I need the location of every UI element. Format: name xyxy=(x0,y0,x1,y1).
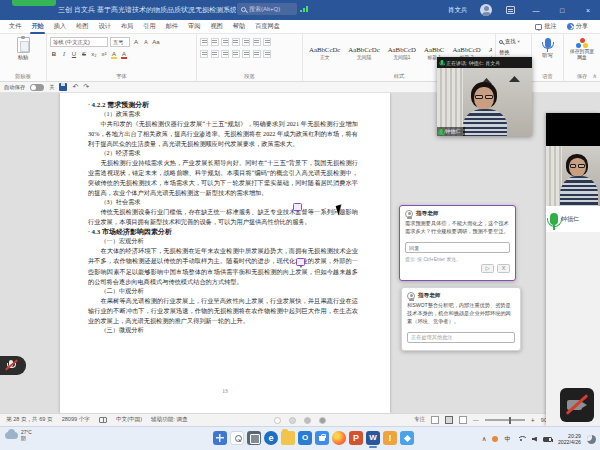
meeting-speaking-window[interactable]: 正在讲话: 钟德仁 肖文兵 钟德仁 xyxy=(437,57,532,136)
taskbar-icon-firefox[interactable] xyxy=(332,431,346,445)
language-indicator[interactable]: 中文(中国) xyxy=(116,416,142,424)
ribbon-tab[interactable]: 引用 xyxy=(138,20,160,33)
paragraph-tool-align-left[interactable] xyxy=(200,50,208,58)
camera-off-button[interactable] xyxy=(560,388,594,422)
paragraph-tool-align-right[interactable] xyxy=(221,50,229,58)
strikethrough-button[interactable]: S xyxy=(80,49,88,59)
font-color-button[interactable]: A xyxy=(120,49,128,59)
zoom-slider-knob[interactable] xyxy=(509,417,511,424)
ribbon-tab[interactable]: 视图 xyxy=(205,20,227,33)
weather-widget[interactable]: 27°C 阴 xyxy=(5,430,32,442)
document-page[interactable]: 4.2.2 需求预测分析（1）政策需求中共印发的《无损检测仪器行业发展“十三五”… xyxy=(60,93,390,413)
italic-button[interactable]: I xyxy=(60,49,68,59)
undo-button[interactable]: ↶ xyxy=(72,83,78,91)
paragraph-tool-decrease-indent[interactable] xyxy=(232,38,240,46)
ribbon-tab[interactable]: 开始 xyxy=(26,20,48,33)
paragraph-tool-numbering[interactable] xyxy=(211,38,219,46)
dictate-button[interactable]: 听写 xyxy=(542,38,553,59)
style-chip[interactable]: AaBbCcDc 无间隔 xyxy=(345,36,382,70)
shrink-font-button[interactable]: A xyxy=(142,37,150,47)
taskbar-icon-file-explorer[interactable] xyxy=(281,431,295,445)
comment-reply-input[interactable] xyxy=(407,332,515,343)
ribbon-tab[interactable]: 绘图 xyxy=(71,20,93,33)
taskbar-clock[interactable]: 20:29 2022/4/26 xyxy=(558,433,581,446)
close-button[interactable]: × xyxy=(576,0,600,20)
underline-button[interactable]: U xyxy=(70,49,78,59)
ribbon-tab[interactable]: 帮助 xyxy=(228,20,250,33)
hidden-icons-chevron[interactable]: ∧ xyxy=(482,435,487,443)
ribbon-display-options-icon[interactable] xyxy=(506,6,515,14)
save-icon[interactable] xyxy=(59,83,67,91)
comment-send-button[interactable]: ▷ xyxy=(481,264,494,273)
ribbon-tab[interactable]: 插入 xyxy=(49,20,71,33)
ribbon-tab[interactable]: 布局 xyxy=(116,20,138,33)
comments-button[interactable]: 批注 xyxy=(535,22,556,31)
taskbar-icon-powerpoint[interactable] xyxy=(349,431,363,445)
battery-icon[interactable] xyxy=(543,437,552,442)
word-count[interactable]: 28099 个字 xyxy=(62,416,90,424)
read-mode-button[interactable] xyxy=(431,416,439,424)
focus-mode-button[interactable]: 专注 xyxy=(414,416,425,424)
accessibility-status[interactable]: 辅助功能: 调查 xyxy=(151,416,188,424)
proofing-icon[interactable] xyxy=(99,417,107,423)
font-name-select[interactable]: 等线 (中文正文) xyxy=(50,37,108,47)
highlight-color-button[interactable]: A xyxy=(110,49,118,59)
participant-row[interactable]: 钟德仁 xyxy=(546,206,600,232)
taskbar-icon-store[interactable] xyxy=(315,431,329,445)
minimize-button[interactable]: — xyxy=(524,0,548,20)
paragraph-tool-line-spacing[interactable] xyxy=(242,50,250,58)
volume-icon[interactable] xyxy=(532,437,537,442)
comment-anchor-icon[interactable] xyxy=(293,203,302,211)
meeting-video-thumbnail[interactable] xyxy=(546,113,600,206)
search-box[interactable]: 搜索(Alt+Q) xyxy=(237,3,297,15)
find-button[interactable]: 查找 ▾ xyxy=(499,36,528,47)
change-case-button[interactable]: Aa xyxy=(152,37,160,47)
zoom-out-button[interactable]: — xyxy=(473,417,479,423)
paragraph-tool-bullets[interactable] xyxy=(200,38,208,46)
paragraph-tool-multilevel-list[interactable] xyxy=(221,38,229,46)
comment-close-button[interactable]: X xyxy=(497,264,510,273)
meeting-mute-float[interactable] xyxy=(0,356,26,375)
zoom-slider[interactable] xyxy=(485,419,525,421)
paragraph-tool-shading[interactable] xyxy=(253,50,261,58)
taskbar-icon-edge[interactable] xyxy=(264,431,278,445)
taskbar-icon-photos[interactable] xyxy=(400,431,414,445)
collapse-ribbon-icon[interactable]: ∧ xyxy=(593,72,597,79)
comment-reply-input[interactable] xyxy=(405,242,510,253)
paragraph-tool-align-center[interactable] xyxy=(211,50,219,58)
taskbar-icon-search[interactable] xyxy=(230,431,244,445)
maximize-button[interactable]: □ xyxy=(550,0,574,20)
ribbon-tab[interactable]: 设计 xyxy=(94,20,116,33)
superscript-button[interactable]: x² xyxy=(100,49,108,59)
paragraph-tool-show-marks[interactable] xyxy=(263,38,271,46)
ribbon-tab[interactable]: 百度网盘 xyxy=(250,20,285,33)
zoom-in-button[interactable]: + xyxy=(531,417,535,424)
share-button[interactable]: 分享 xyxy=(567,22,588,31)
paste-button[interactable]: 粘贴 xyxy=(17,37,30,61)
ime-indicator[interactable]: 中 xyxy=(504,435,511,444)
taskbar-icon-security-alert[interactable] xyxy=(383,431,397,445)
redo-button[interactable]: ↷ xyxy=(83,83,89,91)
autosave-toggle[interactable] xyxy=(30,84,44,91)
bold-button[interactable]: B xyxy=(50,49,58,59)
user-avatar[interactable] xyxy=(480,4,492,16)
style-chip[interactable]: AaBbCcDc 正文 xyxy=(306,36,343,70)
comment-anchor-icon[interactable] xyxy=(296,258,305,266)
ribbon-tab[interactable]: 审阅 xyxy=(183,20,205,33)
wifi-icon[interactable] xyxy=(517,436,526,443)
paragraph-tool-sort[interactable] xyxy=(253,38,261,46)
ribbon-tab[interactable]: 邮件 xyxy=(161,20,183,33)
night-mode-icon[interactable] xyxy=(587,435,596,444)
paragraph-tool-increase-indent[interactable] xyxy=(242,38,250,46)
subscript-button[interactable]: x₂ xyxy=(90,49,98,59)
taskbar-icon-outlook[interactable] xyxy=(298,431,312,445)
taskbar-icon-word[interactable] xyxy=(366,431,380,445)
mic-in-use-indicator[interactable] xyxy=(492,436,498,442)
taskbar-icon-start[interactable] xyxy=(213,431,227,445)
grow-font-button[interactable]: A xyxy=(132,37,140,47)
print-layout-button[interactable] xyxy=(445,416,453,424)
page-indicator[interactable]: 第 28 页，共 69 页 xyxy=(6,416,53,424)
save-to-baidu-netdisk-button[interactable]: 保存到百度网盘 xyxy=(569,38,595,61)
style-chip[interactable]: AaBbCcD 无间隔1 xyxy=(385,36,419,70)
screen-share-indicator[interactable] xyxy=(12,0,56,6)
